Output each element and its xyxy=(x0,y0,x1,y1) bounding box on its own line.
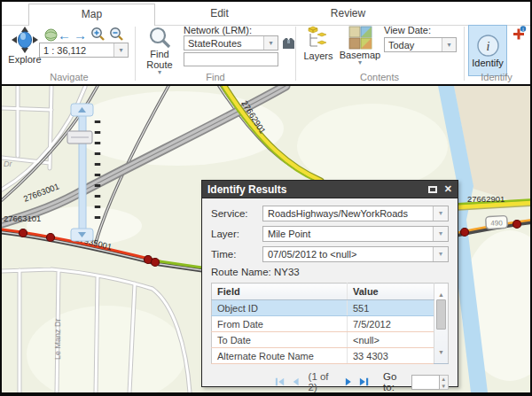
up-triangle-icon[interactable]: ▲ xyxy=(434,291,448,298)
map-scale-value: 1 : 36,112 xyxy=(40,43,113,57)
full-extent-icon[interactable] xyxy=(44,28,58,42)
value-cell: 551 xyxy=(348,300,434,316)
map-scale-combobox[interactable]: 1 : 36,112 ▾ xyxy=(39,43,129,58)
svg-text:i: i xyxy=(486,40,489,53)
group-label-find: Find xyxy=(136,72,295,82)
chevron-down-icon: ▾ xyxy=(358,60,362,66)
view-date-value: Today xyxy=(385,38,442,51)
chevron-down-icon[interactable]: ▾ xyxy=(433,206,448,221)
layers-button[interactable]: Layers xyxy=(301,26,336,61)
basemap-button[interactable]: Basemap ▾ xyxy=(340,26,380,66)
service-value: RoadsHighways/NewYorkRoads xyxy=(263,206,433,221)
ribbon: Map Edit Review Explore ← → xyxy=(2,2,530,84)
previous-page-button[interactable] xyxy=(292,377,300,387)
column-header-field[interactable]: Field xyxy=(212,283,348,300)
network-lrm-label: Network (LRM): xyxy=(184,25,252,35)
scrollbar-thumb[interactable] xyxy=(436,299,446,330)
down-triangle-icon[interactable]: ▼ xyxy=(440,383,448,390)
service-label: Service: xyxy=(211,208,262,219)
network-lrm-value: StateRoutes xyxy=(184,36,263,50)
pagination-bar: (1 of 2) Go to: ▲ ▼ xyxy=(211,371,449,392)
tab-map[interactable]: Map xyxy=(28,4,155,26)
value-cell: 7/5/2012 xyxy=(348,316,434,332)
table-row[interactable]: Object ID 551 xyxy=(212,300,449,316)
street-label: Dr xyxy=(4,159,12,168)
zoom-out-icon[interactable] xyxy=(109,27,124,42)
dialog-title: Identify Results xyxy=(207,183,286,196)
column-header-value[interactable]: Value xyxy=(348,283,434,300)
maximize-icon[interactable] xyxy=(428,186,437,193)
layer-combobox[interactable]: Mile Point ▾ xyxy=(262,226,449,242)
layer-label: Layer: xyxy=(211,229,262,239)
next-page-button[interactable] xyxy=(345,377,353,387)
layer-value: Mile Point xyxy=(263,227,433,241)
find-route-icon xyxy=(148,26,171,49)
forward-extent-icon[interactable]: → xyxy=(74,27,87,43)
identify-results-dialog: Identify Results ✕ Service: RoadsHighway… xyxy=(201,180,458,387)
down-triangle-icon[interactable]: ▼ xyxy=(434,349,448,355)
chevron-down-icon[interactable]: ▾ xyxy=(263,36,278,50)
field-cell: From Date xyxy=(212,316,348,332)
route-shield: 490 xyxy=(486,215,508,229)
chevron-down-icon[interactable]: ▾ xyxy=(433,247,448,261)
zoom-in-icon[interactable] xyxy=(90,27,106,42)
table-row[interactable]: From Date 7/5/2012 xyxy=(212,316,449,332)
identify-label: Identify xyxy=(472,58,503,68)
explore-label: Explore xyxy=(8,54,41,65)
application-window: Map Edit Review Explore ← → xyxy=(0,0,532,396)
identify-icon: i xyxy=(476,34,500,58)
hud-info-icon[interactable]: i xyxy=(512,26,527,41)
street-label: Le Manz Dr xyxy=(53,318,62,360)
view-date-label: View Date: xyxy=(384,25,431,35)
route-label: 27662901 xyxy=(467,194,505,204)
dialog-title-bar[interactable]: Identify Results ✕ xyxy=(202,181,458,198)
chevron-down-icon[interactable]: ▾ xyxy=(442,38,456,51)
identify-button[interactable]: i Identify xyxy=(468,25,507,76)
network-lrm-combobox[interactable]: StateRoutes ▾ xyxy=(184,35,278,50)
explore-icon xyxy=(11,26,39,54)
svg-text:490: 490 xyxy=(490,219,503,228)
attribute-table: Field Value ▲ ▼ Object ID 551 Fro xyxy=(211,283,449,364)
table-scrollbar[interactable]: ▲ ▼ xyxy=(434,283,449,364)
route-label: 27663101 xyxy=(4,214,41,223)
page-indicator: (1 of 2) xyxy=(309,371,336,392)
goto-spinner[interactable]: ▲ ▼ xyxy=(440,375,449,390)
last-page-button[interactable] xyxy=(359,377,369,387)
first-page-button[interactable] xyxy=(275,377,285,387)
find-route-button[interactable]: Find Route ▾ xyxy=(140,26,179,75)
value-cell: <null> xyxy=(348,332,434,348)
field-cell: Object ID xyxy=(212,300,348,316)
tab-review[interactable]: Review xyxy=(284,4,412,25)
group-label-navigate: Navigate xyxy=(4,72,135,82)
field-cell: To Date xyxy=(212,332,348,348)
field-cell: Alternate Route Name xyxy=(212,348,348,364)
binoculars-icon[interactable] xyxy=(281,36,296,50)
route-name-row: Route Name: NY33 xyxy=(211,267,449,277)
layers-label: Layers xyxy=(303,50,332,61)
time-label: Time: xyxy=(211,249,262,260)
value-cell: 33 4303 xyxy=(348,348,434,364)
route-name-value: NY33 xyxy=(274,267,300,277)
time-value: 07/05/2012 to <null> xyxy=(263,247,433,261)
goto-label: Go to: xyxy=(383,371,407,392)
route-search-input[interactable] xyxy=(184,52,278,66)
table-row[interactable]: To Date <null> xyxy=(212,332,449,348)
layers-icon xyxy=(306,26,331,50)
group-label-contents: Contents xyxy=(296,72,463,82)
chevron-down-icon[interactable]: ▾ xyxy=(433,227,448,241)
route-name-label: Route Name: xyxy=(211,267,271,277)
tab-edit[interactable]: Edit xyxy=(155,4,284,25)
table-row[interactable]: Alternate Route Name 33 4303 xyxy=(212,348,449,364)
find-route-label-1: Find xyxy=(150,49,168,59)
service-combobox[interactable]: RoadsHighways/NewYorkRoads ▾ xyxy=(262,206,449,221)
view-date-combobox[interactable]: Today ▾ xyxy=(384,37,457,52)
close-icon[interactable]: ✕ xyxy=(444,184,452,194)
back-extent-icon[interactable]: ← xyxy=(58,27,71,43)
up-triangle-icon[interactable]: ▲ xyxy=(440,376,448,383)
goto-page-input[interactable] xyxy=(411,375,440,390)
group-label-identify: Identify xyxy=(465,72,528,82)
time-combobox[interactable]: 07/05/2012 to <null> ▾ xyxy=(262,246,449,262)
basemap-icon xyxy=(348,26,372,50)
chevron-down-icon[interactable]: ▾ xyxy=(113,43,128,57)
